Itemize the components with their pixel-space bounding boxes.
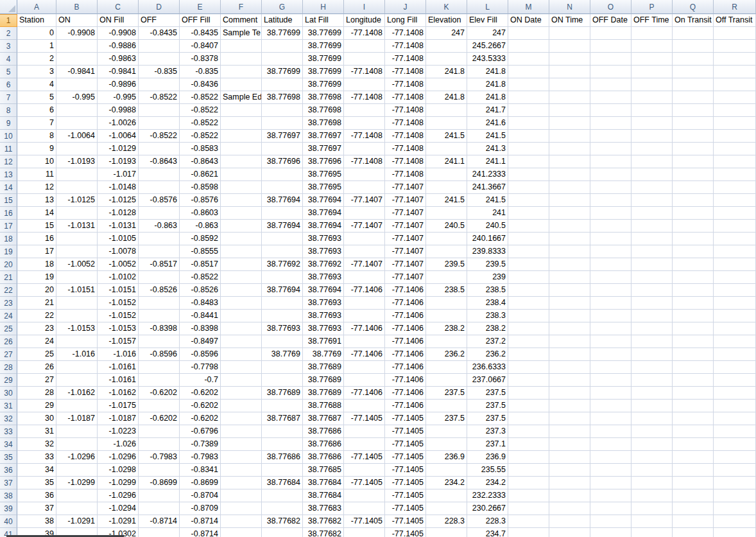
- cell-K28[interactable]: [426, 361, 467, 374]
- cell-E27[interactable]: -0.8596: [180, 348, 221, 361]
- cell-O36[interactable]: [590, 464, 631, 477]
- cell-M34[interactable]: [508, 438, 549, 451]
- cell-D21[interactable]: [139, 271, 180, 284]
- cell-D13[interactable]: [139, 168, 180, 181]
- cell-M35[interactable]: [508, 451, 549, 464]
- cell-P11[interactable]: [631, 143, 673, 155]
- cell-G4[interactable]: [262, 53, 303, 66]
- cell-I39[interactable]: [344, 502, 385, 515]
- cell-C13[interactable]: -1.017: [98, 168, 139, 181]
- cell-O21[interactable]: [590, 271, 631, 284]
- cell-Q17[interactable]: [673, 220, 714, 233]
- cell-C7[interactable]: -0.995: [98, 91, 139, 104]
- cell-P39[interactable]: [631, 502, 673, 515]
- cell-P16[interactable]: [631, 207, 673, 220]
- cell-B28[interactable]: [56, 361, 98, 374]
- cell-P23[interactable]: [631, 297, 673, 310]
- cell-E41[interactable]: -0.8714: [180, 528, 221, 537]
- cell-K13[interactable]: [426, 168, 467, 181]
- cell-M4[interactable]: [508, 53, 549, 66]
- cell-Q9[interactable]: [673, 117, 714, 130]
- cell-E28[interactable]: -0.7798: [180, 361, 221, 374]
- cell-A17[interactable]: 15: [17, 220, 56, 233]
- column-header-I[interactable]: I: [344, 0, 385, 14]
- cell-P7[interactable]: [631, 91, 673, 104]
- cell-I25[interactable]: -77.1406: [344, 322, 385, 335]
- cell-J2[interactable]: -77.1408: [385, 27, 426, 40]
- cell-E24[interactable]: -0.8441: [180, 310, 221, 322]
- cell-R23[interactable]: [714, 297, 756, 310]
- cell-O37[interactable]: [590, 477, 631, 489]
- cell-N8[interactable]: [549, 104, 590, 117]
- cell-M8[interactable]: [508, 104, 549, 117]
- cell-E6[interactable]: -0.8436: [180, 78, 221, 91]
- cell-O3[interactable]: [590, 40, 631, 53]
- cell-I16[interactable]: [344, 207, 385, 220]
- cell-D12[interactable]: -0.8643: [139, 155, 180, 168]
- row-header-4[interactable]: 4: [0, 53, 17, 66]
- cell-A25[interactable]: 23: [17, 322, 56, 335]
- cell-J39[interactable]: -77.1405: [385, 502, 426, 515]
- cell-B38[interactable]: [56, 489, 98, 502]
- cell-K27[interactable]: 236.2: [426, 348, 467, 361]
- cell-A8[interactable]: 6: [17, 104, 56, 117]
- cell-G12[interactable]: 38.77696: [262, 155, 303, 168]
- cell-A15[interactable]: 13: [17, 194, 56, 207]
- cell-G15[interactable]: 38.77694: [262, 194, 303, 207]
- cell-D4[interactable]: [139, 53, 180, 66]
- cell-L22[interactable]: 238.5: [467, 284, 508, 297]
- cell-F11[interactable]: [221, 143, 262, 155]
- column-header-J[interactable]: J: [385, 0, 426, 14]
- cell-E14[interactable]: -0.8598: [180, 181, 221, 194]
- cell-I33[interactable]: [344, 425, 385, 438]
- cell-B2[interactable]: -0.9908: [56, 27, 98, 40]
- cell-P8[interactable]: [631, 104, 673, 117]
- cell-N16[interactable]: [549, 207, 590, 220]
- cell-C20[interactable]: -1.0052: [98, 258, 139, 271]
- cell-G22[interactable]: 38.77694: [262, 284, 303, 297]
- cell-M6[interactable]: [508, 78, 549, 91]
- cell-N32[interactable]: [549, 412, 590, 425]
- cell-M13[interactable]: [508, 168, 549, 181]
- column-header-A[interactable]: A: [17, 0, 56, 14]
- cell-C2[interactable]: -0.9908: [98, 27, 139, 40]
- cell-D3[interactable]: [139, 40, 180, 53]
- cell-J12[interactable]: -77.1408: [385, 155, 426, 168]
- cell-H10[interactable]: 38.77697: [303, 130, 344, 143]
- cell-N36[interactable]: [549, 464, 590, 477]
- cell-H5[interactable]: 38.77699: [303, 66, 344, 78]
- cell-G27[interactable]: 38.7769: [262, 348, 303, 361]
- cell-K23[interactable]: [426, 297, 467, 310]
- row-header-16[interactable]: 16: [0, 207, 17, 220]
- cell-I5[interactable]: -77.1408: [344, 66, 385, 78]
- cell-R18[interactable]: [714, 233, 756, 245]
- cell-R24[interactable]: [714, 310, 756, 322]
- cell-C34[interactable]: -1.026: [98, 438, 139, 451]
- cell-H16[interactable]: 38.77694: [303, 207, 344, 220]
- cell-C32[interactable]: -1.0187: [98, 412, 139, 425]
- cell-H6[interactable]: 38.77699: [303, 78, 344, 91]
- cell-R34[interactable]: [714, 438, 756, 451]
- cell-Q11[interactable]: [673, 143, 714, 155]
- cell-J40[interactable]: -77.1405: [385, 515, 426, 528]
- cell-K33[interactable]: [426, 425, 467, 438]
- cell-J22[interactable]: -77.1406: [385, 284, 426, 297]
- cell-G26[interactable]: [262, 335, 303, 348]
- cell-A27[interactable]: 25: [17, 348, 56, 361]
- cell-Q24[interactable]: [673, 310, 714, 322]
- cell-L13[interactable]: 241.2333: [467, 168, 508, 181]
- cell-P28[interactable]: [631, 361, 673, 374]
- cell-F14[interactable]: [221, 181, 262, 194]
- cell-N41[interactable]: [549, 528, 590, 537]
- row-header-8[interactable]: 8: [0, 104, 17, 117]
- cell-M5[interactable]: [508, 66, 549, 78]
- cell-B40[interactable]: -1.0291: [56, 515, 98, 528]
- cell-K41[interactable]: [426, 528, 467, 537]
- cell-E35[interactable]: -0.7983: [180, 451, 221, 464]
- cell-O30[interactable]: [590, 387, 631, 400]
- cell-D32[interactable]: -0.6202: [139, 412, 180, 425]
- cell-M19[interactable]: [508, 245, 549, 258]
- cell-D23[interactable]: [139, 297, 180, 310]
- cell-K15[interactable]: 241.5: [426, 194, 467, 207]
- cell-J38[interactable]: -77.1405: [385, 489, 426, 502]
